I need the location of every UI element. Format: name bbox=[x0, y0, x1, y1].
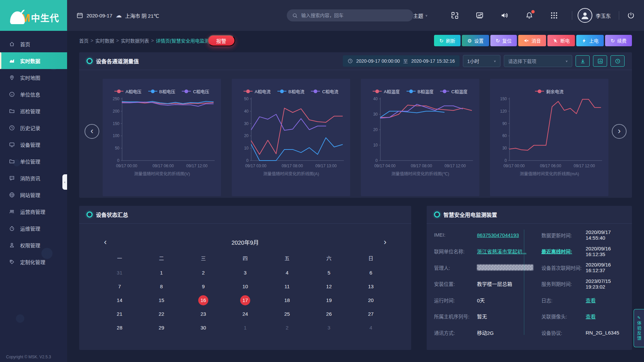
calendar-day[interactable]: 21 bbox=[99, 307, 141, 321]
calendar-day[interactable]: 12 bbox=[308, 280, 350, 293]
calendar-day[interactable]: 31 bbox=[99, 266, 141, 280]
search-input[interactable] bbox=[301, 12, 408, 18]
datetime-range-picker[interactable]: 2020-09-17 00:00:00 至 2020-09-17 15:32:1… bbox=[343, 55, 460, 67]
sidebar-item-operator-mgmt[interactable]: 运营商管理 bbox=[0, 203, 67, 220]
notification-bell-icon[interactable] bbox=[525, 11, 534, 20]
legend-item[interactable]: A相电流 bbox=[244, 88, 271, 95]
calendar-day[interactable]: 18 bbox=[266, 293, 308, 307]
sidebar-item-home[interactable]: 首页 bbox=[0, 36, 67, 52]
history-clock-button[interactable] bbox=[610, 55, 625, 67]
calendar-prev-button[interactable]: ‹ bbox=[99, 237, 112, 247]
info-value-link[interactable]: 查看 bbox=[586, 297, 596, 304]
calendar-day[interactable]: 17 bbox=[224, 293, 266, 307]
power-on-button[interactable]: 上电 bbox=[576, 35, 604, 46]
legend-marker bbox=[280, 89, 284, 93]
feedback-button[interactable]: ✎ 体验反馈 bbox=[634, 309, 644, 347]
download-button[interactable] bbox=[576, 55, 590, 67]
sidebar-collapse-handle[interactable]: ‹ bbox=[62, 174, 67, 190]
breadcrumb-item[interactable]: 实时数据列表 bbox=[121, 37, 149, 44]
carousel-prev-button[interactable]: ‹ bbox=[85, 124, 99, 139]
calendar-day[interactable]: 24 bbox=[224, 307, 266, 321]
calendar-day[interactable]: 20 bbox=[350, 293, 392, 307]
calendar-day[interactable]: 27 bbox=[350, 307, 392, 321]
calendar-day[interactable]: 6 bbox=[350, 266, 392, 280]
sidebar-item-customization[interactable]: 定制化管理 bbox=[0, 253, 67, 270]
breadcrumb-item[interactable]: 首页 bbox=[79, 37, 89, 44]
info-label[interactable]: 最近离线时间: bbox=[541, 248, 586, 255]
calendar-day[interactable]: 2 bbox=[266, 321, 308, 335]
chart-card: 剩余电流030609012015009/17 00:0009/17 06:000… bbox=[490, 79, 608, 196]
calendar-day[interactable]: 3 bbox=[224, 266, 266, 280]
alarm-button[interactable]: 报警 bbox=[208, 35, 235, 46]
calendar-day[interactable]: 1 bbox=[224, 321, 266, 335]
calendar-day[interactable]: 16 bbox=[182, 293, 224, 307]
sidebar-item-unit-info[interactable]: 单位信息 bbox=[0, 86, 67, 103]
calendar-day[interactable]: 3 bbox=[308, 321, 350, 335]
calendar-day[interactable]: 28 bbox=[99, 321, 141, 335]
calendar-day[interactable]: 7 bbox=[99, 280, 141, 293]
legend-item[interactable]: A相温度 bbox=[373, 88, 400, 95]
interval-select[interactable]: 1小时 ∨ bbox=[463, 55, 500, 67]
settings-button[interactable]: ⚙设置 bbox=[462, 35, 489, 46]
calendar-next-button[interactable]: › bbox=[378, 237, 392, 247]
sidebar-item-realtime-data[interactable]: 实时数据 bbox=[0, 52, 67, 69]
calendar-day[interactable]: 13 bbox=[350, 280, 392, 293]
calendar-day[interactable]: 29 bbox=[141, 321, 182, 335]
legend-item[interactable]: 剩余电流 bbox=[535, 88, 564, 95]
apps-grid-icon[interactable] bbox=[550, 11, 558, 20]
calendar-day[interactable]: 23 bbox=[182, 307, 224, 321]
sidebar-item-ops-mgmt[interactable]: 运维管理 bbox=[0, 220, 67, 237]
search-icon bbox=[292, 13, 298, 18]
calendar-day[interactable]: 4 bbox=[350, 321, 392, 335]
calendar-day[interactable]: 5 bbox=[308, 266, 350, 280]
refresh-button[interactable]: ↻刷新 bbox=[434, 35, 461, 46]
calendar-day[interactable]: 4 bbox=[266, 266, 308, 280]
info-value-link[interactable]: 863753047044193 bbox=[477, 232, 519, 238]
download-select[interactable]: 请选择下载项 ∨ bbox=[504, 55, 572, 67]
sidebar-item-device-mgmt[interactable]: 设备管理 bbox=[0, 136, 67, 153]
info-value-link[interactable]: 浙江省慈溪市掌起初... bbox=[477, 248, 527, 255]
sidebar-item-permission-mgmt[interactable]: 权限管理 bbox=[0, 237, 67, 253]
username[interactable]: 李玉东 bbox=[596, 12, 611, 19]
dashboard-chart-icon[interactable] bbox=[475, 11, 484, 20]
calendar-day[interactable]: 15 bbox=[141, 293, 182, 307]
legend-item[interactable]: C相电压 bbox=[182, 88, 209, 95]
legend-item[interactable]: B相电流 bbox=[277, 88, 305, 95]
sidebar-item-unit-mgmt[interactable]: 单位管理 bbox=[0, 153, 67, 170]
calendar-day[interactable]: 10 bbox=[224, 280, 266, 293]
calendar-day[interactable]: 25 bbox=[266, 307, 308, 321]
mute-button[interactable]: 消音 bbox=[518, 35, 546, 46]
sidebar-item-inspection[interactable]: 巡检管理 bbox=[0, 103, 67, 119]
renew-button[interactable]: ↻续费 bbox=[605, 35, 632, 46]
legend-item[interactable]: B相温度 bbox=[407, 88, 434, 95]
legend-item[interactable]: C相温度 bbox=[440, 88, 467, 95]
calendar-day[interactable]: 8 bbox=[141, 280, 182, 293]
screen-switch-icon[interactable] bbox=[450, 11, 459, 20]
sidebar-item-realtime-map[interactable]: 实时地图 bbox=[0, 69, 67, 86]
calendar-day[interactable]: 26 bbox=[308, 307, 350, 321]
calendar-day[interactable]: 14 bbox=[99, 293, 141, 307]
info-value-link[interactable]: 查看 bbox=[586, 313, 596, 320]
speaker-icon[interactable] bbox=[500, 11, 509, 20]
carousel-next-button[interactable]: › bbox=[612, 124, 627, 139]
power-logout-icon[interactable] bbox=[627, 11, 635, 20]
calendar-day[interactable]: 11 bbox=[266, 280, 308, 293]
reset-button[interactable]: ↻复位 bbox=[490, 35, 517, 46]
power-off-button[interactable]: 断电 bbox=[547, 35, 575, 46]
breadcrumb-item[interactable]: 实时数据 bbox=[95, 37, 114, 44]
legend-item[interactable]: B相电压 bbox=[148, 88, 175, 95]
user-avatar[interactable] bbox=[578, 8, 592, 23]
legend-item[interactable]: C相电流 bbox=[311, 88, 338, 95]
calendar-day[interactable]: 9 bbox=[182, 280, 224, 293]
sidebar-item-fire-news[interactable]: 消防资讯 bbox=[0, 170, 67, 186]
calendar-day[interactable]: 30 bbox=[182, 321, 224, 335]
calendar-day[interactable]: 1 bbox=[141, 266, 182, 280]
calendar-day[interactable]: 2 bbox=[182, 266, 224, 280]
legend-item[interactable]: A相电压 bbox=[114, 88, 142, 95]
calendar-day[interactable]: 19 bbox=[308, 293, 350, 307]
sidebar-item-history[interactable]: 历史记录 bbox=[0, 119, 67, 136]
sidebar-item-website-mgmt[interactable]: 网站管理 bbox=[0, 186, 67, 203]
theme-select[interactable]: 主题 ∨ bbox=[413, 12, 428, 19]
calendar-day[interactable]: 22 bbox=[141, 307, 182, 321]
chart-view-button[interactable] bbox=[593, 55, 607, 67]
